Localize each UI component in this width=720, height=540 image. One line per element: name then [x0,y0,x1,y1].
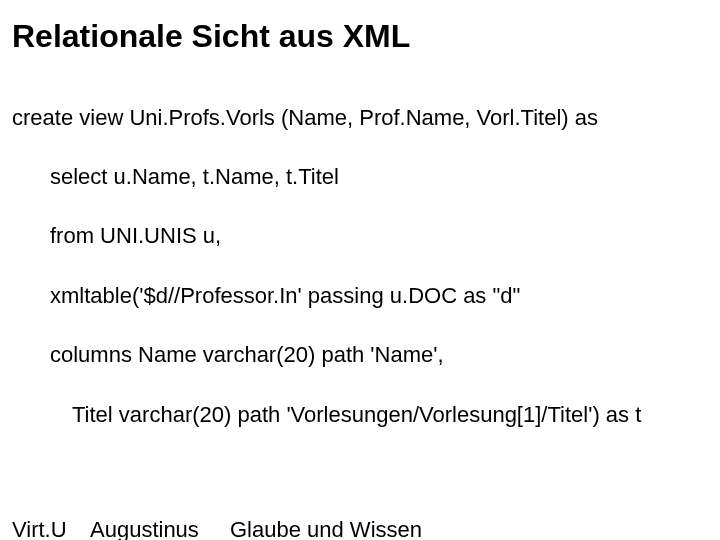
table-row: Virt.U Augustinus Glaube und Wissen [12,515,708,540]
code-line: xmltable('$d//Professor.In' passing u.DO… [12,281,708,311]
result-table: Virt.U Augustinus Glaube und Wissen Virt… [12,515,708,540]
page-title: Relationale Sicht aus XML [12,18,708,55]
code-line: select u.Name, t.Name, t.Titel [12,162,708,192]
cell-titel: Glaube und Wissen [230,515,708,540]
cell-prof: Augustinus [90,515,230,540]
code-line: Titel varchar(20) path 'Vorlesungen/Vorl… [12,400,708,430]
sql-code-block: create view Uni.Profs.Vorls (Name, Prof.… [12,73,708,489]
code-line: columns Name varchar(20) path 'Name', [12,340,708,370]
cell-uni: Virt.U [12,515,90,540]
slide: Relationale Sicht aus XML create view Un… [0,0,720,540]
code-line: from UNI.UNIS u, [12,221,708,251]
code-line: create view Uni.Profs.Vorls (Name, Prof.… [12,103,708,133]
